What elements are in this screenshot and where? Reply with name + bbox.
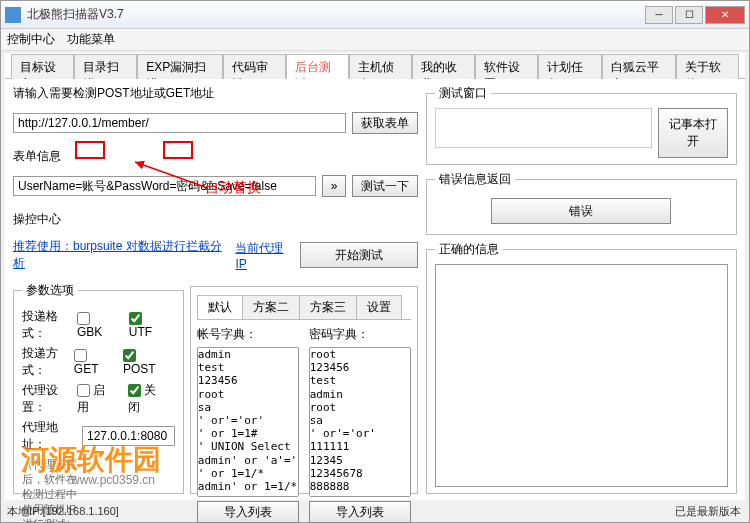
minimize-button[interactable]: ─ (645, 6, 673, 24)
status-ip: 本地IP:[192.168.1.160] (7, 504, 119, 519)
recommend-link[interactable]: 推荐使用：burpsuite 对数据进行拦截分析 (13, 238, 229, 272)
menu-control[interactable]: 控制中心 (7, 31, 55, 48)
params-fieldset: 参数选项 投递格式： GBK UTF 投递方式： GET POST 代理设置： … (13, 282, 184, 494)
tab-about[interactable]: 关于软件 (676, 54, 739, 79)
correct-info-fieldset: 正确的信息 (426, 241, 737, 494)
tab-settings[interactable]: 软件设置 (475, 54, 538, 79)
proxyaddr-label: 代理地址： (22, 419, 78, 453)
form-more-button[interactable]: » (322, 175, 346, 197)
tab-backend[interactable]: 后台测试 (286, 54, 349, 79)
correct-output[interactable] (435, 264, 728, 487)
correct-legend: 正确的信息 (435, 241, 503, 258)
tab-exp[interactable]: EXP漏洞扫描 (137, 54, 223, 79)
test-window-legend: 测试窗口 (435, 85, 491, 102)
import-pass-button[interactable]: 导入列表 (309, 501, 411, 523)
tab-host[interactable]: 主机侦查 (349, 54, 412, 79)
form-input[interactable] (13, 176, 316, 196)
params-legend: 参数选项 (22, 282, 78, 299)
tab-target[interactable]: 目标设定 (11, 54, 74, 79)
subtab-settings[interactable]: 设置 (356, 295, 402, 319)
post-checkbox[interactable] (123, 349, 136, 362)
form-label: 表单信息 (13, 148, 418, 165)
format-label: 投递格式： (22, 308, 73, 342)
user-dict-list[interactable]: admintest123456rootsa' or'='or'' or 1=1#… (197, 347, 299, 497)
pass-dict-label: 密码字典： (309, 326, 411, 343)
get-form-button[interactable]: 获取表单 (352, 112, 418, 134)
test-window-fieldset: 测试窗口 记事本打开 (426, 85, 737, 165)
tab-cloud[interactable]: 白狐云平台 (602, 54, 676, 79)
maximize-button[interactable]: ☐ (675, 6, 703, 24)
subtab-plan3[interactable]: 方案三 (299, 295, 357, 319)
start-test-button[interactable]: 开始测试 (300, 242, 418, 268)
proxyset-label: 代理设置： (22, 382, 73, 416)
window-title: 北极熊扫描器V3.7 (27, 6, 645, 23)
url-input[interactable] (13, 113, 346, 133)
open-notepad-button[interactable]: 记事本打开 (658, 108, 728, 158)
url-label: 请输入需要检测POST地址或GET地址 (13, 85, 418, 102)
enable-checkbox[interactable] (77, 384, 90, 397)
gbk-checkbox[interactable] (77, 312, 90, 325)
menu-funcs[interactable]: 功能菜单 (67, 31, 115, 48)
close-button[interactable]: ✕ (705, 6, 745, 24)
subtab-plan2[interactable]: 方案二 (242, 295, 300, 319)
get-checkbox[interactable] (74, 349, 87, 362)
tab-fav[interactable]: 我的收藏 (412, 54, 475, 79)
tab-schedule[interactable]: 计划任务 (538, 54, 601, 79)
status-version: 已是最新版本 (675, 504, 741, 519)
proxy-address-input[interactable] (82, 426, 175, 446)
control-label: 操控中心 (13, 211, 418, 228)
tab-dirscan[interactable]: 目录扫描 (74, 54, 137, 79)
test-output-box (435, 108, 652, 148)
user-dict-label: 帐号字典： (197, 326, 299, 343)
dict-panel: 默认 方案二 方案三 设置 帐号字典： admintest123456roots… (190, 286, 418, 494)
test-once-button[interactable]: 测试一下 (352, 175, 418, 197)
error-info-fieldset: 错误信息返回 错误 (426, 171, 737, 235)
utf-checkbox[interactable] (129, 312, 142, 325)
import-user-button[interactable]: 导入列表 (197, 501, 299, 523)
main-tabs: 目标设定 目录扫描 EXP漏洞扫描 代码审计 后台测试 主机侦查 我的收藏 软件… (5, 53, 745, 79)
error-button[interactable]: 错误 (491, 198, 671, 224)
disable-checkbox[interactable] (128, 384, 141, 397)
current-proxy-link[interactable]: 当前代理IP (235, 240, 293, 271)
tab-audit[interactable]: 代码审计 (223, 54, 286, 79)
app-icon (5, 7, 21, 23)
pass-dict-list[interactable]: root123456testadminrootsa' or'='or'11111… (309, 347, 411, 497)
subtab-default[interactable]: 默认 (197, 295, 243, 319)
method-label: 投递方式： (22, 345, 70, 379)
error-legend: 错误信息返回 (435, 171, 515, 188)
